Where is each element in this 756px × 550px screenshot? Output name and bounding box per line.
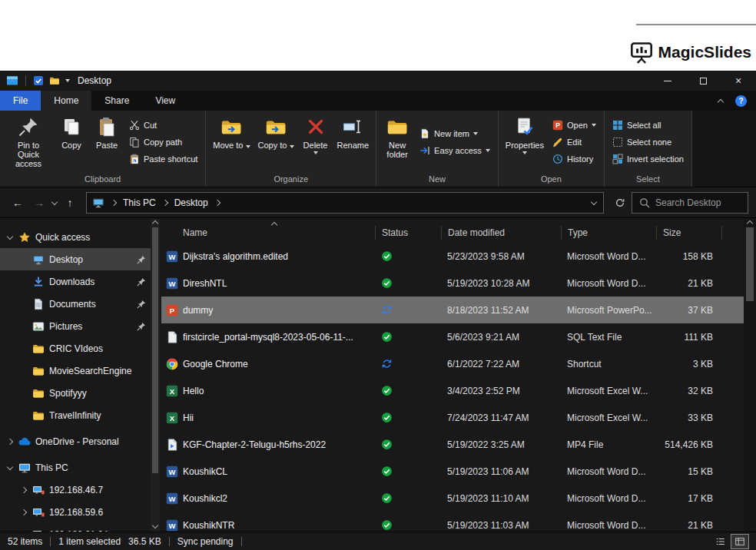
select-none-button[interactable]: Select none bbox=[611, 134, 685, 150]
file-row-koushikcl2[interactable]: WKoushikcl25/19/2023 11:10 AMMicrosoft W… bbox=[161, 485, 744, 512]
pin-icon bbox=[137, 322, 146, 331]
sidebar-item-192-168-61-94[interactable]: 192.168.61.94 bbox=[0, 523, 160, 532]
chevron-right-icon[interactable] bbox=[6, 438, 14, 446]
open-button[interactable]: P Open bbox=[551, 118, 598, 133]
file-row-kgf-chapter-2-telugu-h5rhs-2022[interactable]: KGF-Chapter-2-Telugu-h5rhs-20225/19/2022… bbox=[161, 431, 744, 458]
tab-view[interactable]: View bbox=[142, 91, 188, 111]
maximize-button[interactable] bbox=[685, 71, 721, 91]
help-button[interactable] bbox=[735, 95, 747, 107]
tab-home[interactable]: Home bbox=[41, 91, 91, 111]
breadcrumb-this-pc[interactable]: This PC bbox=[123, 197, 156, 208]
sidebar-item-onedrive-personal[interactable]: OneDrive - Personal bbox=[0, 430, 160, 452]
sidebar-item-spotifyyy[interactable]: Spotifyyy bbox=[0, 382, 160, 404]
copy-to-button[interactable]: Copy to bbox=[254, 111, 298, 172]
sidebar-item-label: This PC bbox=[35, 462, 146, 473]
column-header-date-modified[interactable]: Date modified bbox=[441, 226, 561, 240]
scroll-up-icon[interactable] bbox=[151, 218, 159, 226]
details-view-button[interactable] bbox=[731, 535, 748, 548]
status-synced-icon bbox=[375, 519, 441, 531]
chevron-right-icon[interactable] bbox=[20, 531, 28, 532]
file-row-google-chrome[interactable]: Google Chrome6/1/2022 7:22 AMShortcut3 K… bbox=[161, 350, 744, 377]
tab-file[interactable]: File bbox=[0, 91, 41, 111]
address-bar[interactable]: This PC Desktop bbox=[86, 192, 604, 214]
ribbon-group-organize: Move to Copy to Delete bbox=[206, 111, 376, 187]
forward-button[interactable]: → bbox=[29, 193, 49, 213]
chevron-right-icon[interactable] bbox=[20, 486, 28, 494]
copy-path-button[interactable]: Copy path bbox=[128, 134, 199, 150]
rename-button[interactable]: Rename bbox=[333, 111, 373, 172]
sidebar-item-downloads[interactable]: Downloads bbox=[0, 270, 160, 293]
new-folder-quick-icon[interactable] bbox=[49, 75, 60, 86]
back-button[interactable]: ← bbox=[8, 193, 28, 213]
divider bbox=[25, 75, 26, 86]
scrollbar-thumb[interactable] bbox=[152, 227, 158, 473]
new-folder-button[interactable]: New folder bbox=[380, 111, 415, 172]
sidebar-item-192-168-59-6[interactable]: 192.168.59.6 bbox=[0, 501, 160, 523]
column-header-name[interactable]: Name bbox=[183, 226, 375, 240]
sidebar-item-label: 192.168.61.94 bbox=[49, 529, 146, 532]
properties-checkbox-icon[interactable] bbox=[33, 75, 44, 86]
search-input[interactable] bbox=[655, 197, 741, 208]
file-row-hello[interactable]: XHello3/4/2023 2:52 PMMicrosoft Excel W.… bbox=[161, 377, 744, 404]
qat-dropdown-caret-icon[interactable] bbox=[65, 79, 70, 82]
breadcrumb-desktop[interactable]: Desktop bbox=[174, 197, 208, 208]
sidebar-item-desktop[interactable]: Desktop bbox=[0, 248, 160, 270]
file-type: Microsoft Word D... bbox=[561, 466, 656, 477]
column-header-size[interactable]: Size bbox=[656, 226, 722, 240]
divider bbox=[169, 537, 170, 546]
file-row-hii[interactable]: XHii7/24/2023 11:47 AMMicrosoft Excel W.… bbox=[161, 404, 744, 431]
column-header-type[interactable]: Type bbox=[561, 226, 656, 240]
sidebar-item-travelinfinity[interactable]: TravelInfinity bbox=[0, 404, 160, 426]
scroll-up-icon[interactable] bbox=[746, 218, 754, 226]
file-size: 33 KB bbox=[656, 412, 722, 423]
paste-shortcut-button[interactable]: Paste shortcut bbox=[128, 151, 199, 167]
refresh-button[interactable] bbox=[610, 193, 630, 213]
sidebar-item-this-pc[interactable]: This PC bbox=[0, 456, 160, 479]
sidebar-scrollbar[interactable] bbox=[151, 218, 160, 532]
list-view-button[interactable] bbox=[712, 535, 729, 548]
new-item-button[interactable]: New item bbox=[418, 126, 492, 141]
scrollbar-thumb[interactable] bbox=[746, 227, 754, 301]
chevron-down-icon[interactable] bbox=[6, 464, 14, 472]
sidebar-item-documents[interactable]: Documents bbox=[0, 293, 160, 315]
tab-share[interactable]: Share bbox=[91, 91, 142, 111]
chevron-right-icon[interactable] bbox=[20, 509, 28, 516]
file-row-koushikntr[interactable]: WKoushikNTR5/19/2023 11:03 AMMicrosoft W… bbox=[161, 512, 744, 532]
up-button[interactable]: ↑ bbox=[60, 193, 80, 213]
copy-button[interactable]: Copy bbox=[54, 111, 89, 172]
move-to-button[interactable]: Move to bbox=[209, 111, 254, 172]
file-row-firstcircle-portal-mysql8-2023-05-06-11[interactable]: firstcircle_portal-mysql8-2023-05-06-11-… bbox=[161, 323, 744, 350]
minimize-button[interactable] bbox=[650, 71, 685, 91]
edit-button[interactable]: Edit bbox=[551, 134, 598, 150]
sidebar-item-pictures[interactable]: Pictures bbox=[0, 315, 160, 337]
file-row-koushikcl[interactable]: WKoushikCL5/19/2023 11:06 AMMicrosoft Wo… bbox=[161, 458, 744, 485]
search-box[interactable] bbox=[632, 192, 748, 214]
collapse-ribbon-chevron-icon[interactable] bbox=[717, 97, 724, 104]
file-row-dummy[interactable]: Pdummy8/18/2023 11:52 AMMicrosoft PowerP… bbox=[161, 297, 744, 323]
file-row-direshntl[interactable]: WDireshNTL5/19/2023 10:28 AMMicrosoft Wo… bbox=[161, 270, 744, 297]
column-header-status[interactable]: Status bbox=[375, 226, 441, 240]
scroll-down-icon[interactable] bbox=[151, 522, 159, 530]
sidebar-item-moviesearchengine[interactable]: MovieSearchEngine bbox=[0, 359, 160, 382]
recent-locations-chevron-icon[interactable] bbox=[51, 199, 58, 207]
open-app-icon: P bbox=[552, 120, 563, 131]
sidebar-item-quick-access[interactable]: Quick access bbox=[0, 226, 160, 248]
button-label: Copy path bbox=[144, 138, 182, 147]
button-label: Paste shortcut bbox=[144, 154, 197, 164]
pin-to-quick-access-button[interactable]: Pin to Quick access bbox=[3, 111, 54, 172]
sidebar-item-cric-videos[interactable]: CRIC VIdeos bbox=[0, 337, 160, 359]
sidebar-item-192-168-46-7[interactable]: 192.168.46.7 bbox=[0, 479, 160, 501]
chevron-down-icon[interactable] bbox=[6, 234, 14, 241]
paste-button[interactable]: Paste bbox=[89, 111, 124, 172]
cut-button[interactable]: Cut bbox=[128, 118, 199, 133]
easy-access-button[interactable]: Easy access bbox=[418, 143, 492, 158]
properties-button[interactable]: Properties bbox=[502, 111, 548, 172]
invert-selection-button[interactable]: Invert selection bbox=[611, 151, 685, 167]
file-row-dijkstra-s-algorithm-edited[interactable]: WDijkstra's algorithm.edited5/23/2023 9:… bbox=[161, 243, 744, 270]
delete-button[interactable]: Delete bbox=[298, 111, 333, 172]
address-dropdown-chevron-icon[interactable] bbox=[590, 199, 598, 207]
history-button[interactable]: History bbox=[551, 151, 598, 167]
list-scrollbar[interactable] bbox=[744, 218, 756, 532]
select-all-button[interactable]: Select all bbox=[611, 118, 685, 133]
close-button[interactable]: × bbox=[721, 71, 756, 91]
